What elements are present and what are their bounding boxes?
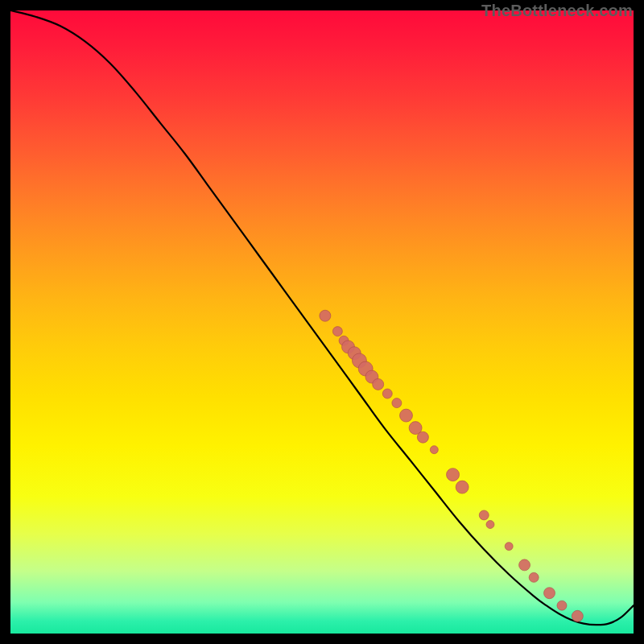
data-point [456,481,469,493]
data-point [505,543,513,551]
data-point [320,310,331,321]
plot-area [10,10,634,634]
data-point [332,327,342,336]
data-point [447,469,460,481]
data-point [529,572,539,582]
chart-frame: TheBottleneck.com [0,0,644,644]
data-point [382,389,392,398]
chart-svg [10,10,634,634]
data-point [572,610,583,621]
data-point [519,559,530,571]
watermark-label: TheBottleneck.com [481,2,633,20]
data-point [486,521,494,529]
data-points-group [320,310,583,621]
data-point [392,398,402,408]
data-point [479,510,489,520]
data-point [544,588,555,599]
data-point [430,446,438,454]
data-point [399,409,412,422]
data-point [373,378,384,390]
data-point [417,431,428,443]
data-point [557,601,567,610]
